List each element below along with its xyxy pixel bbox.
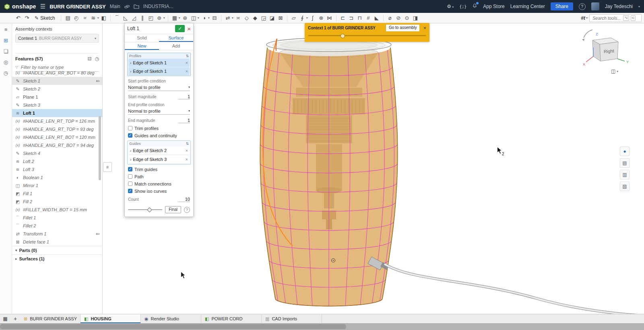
- remove-icon[interactable]: ×: [186, 69, 188, 74]
- doc-tab-power-cord[interactable]: ◧POWER CORD: [201, 314, 262, 323]
- frame-icon[interactable]: #: [365, 14, 372, 22]
- tab-add[interactable]: Add: [159, 42, 193, 50]
- dialog-header[interactable]: Loft 1 ✓ ×: [125, 23, 193, 34]
- end-condition-select[interactable]: Normal to profile ▾: [128, 107, 190, 115]
- feature-item-fill-2[interactable]: ◩Fill 2: [12, 198, 102, 206]
- variable-table-caret-icon[interactable]: ▾: [586, 16, 588, 20]
- start-magnitude-input[interactable]: 1: [178, 94, 190, 99]
- sheet-metal-model-icon[interactable]: ⊏: [339, 14, 347, 22]
- checkbox-box[interactable]: [128, 126, 132, 130]
- context-selector[interactable]: Context 1 BURR GRINDER ASSY ▾: [15, 34, 99, 43]
- section-view-icon[interactable]: ⊘: [395, 14, 402, 22]
- tab-solid[interactable]: Solid: [125, 34, 159, 42]
- notifications-bell-icon[interactable]: [472, 3, 477, 10]
- context-slider-handle[interactable]: [341, 34, 345, 38]
- surfaces-section[interactable]: ▸ Surfaces (1): [12, 254, 102, 263]
- comment-icon[interactable]: ❏: [4, 48, 8, 54]
- checkbox-trim-profiles[interactable]: Trim profiles: [128, 126, 190, 131]
- chevron-right-icon[interactable]: ›: [130, 148, 131, 153]
- custom-tables-panel-icon[interactable]: ▥: [620, 170, 630, 179]
- feature-item-sketch-1[interactable]: ✎Sketch 1⇐: [12, 77, 102, 85]
- dropdown-caret-icon[interactable]: ▾: [306, 16, 308, 20]
- offset-surface-icon[interactable]: ≍: [235, 14, 242, 22]
- remove-icon[interactable]: ×: [186, 157, 188, 162]
- feature-help-icon[interactable]: ?: [184, 207, 190, 213]
- chevron-right-icon[interactable]: ▸: [15, 257, 17, 261]
- follow-dot-icon[interactable]: ●: [620, 146, 630, 156]
- measure-icon[interactable]: ⌀: [386, 14, 394, 22]
- plane-icon[interactable]: ▱: [290, 14, 297, 22]
- filter-funnel-icon[interactable]: ▽: [15, 65, 18, 69]
- outline-icon[interactable]: ≡: [4, 27, 8, 33]
- end-magnitude-input[interactable]: 1: [178, 118, 190, 123]
- banner-close-icon[interactable]: ×: [423, 25, 426, 31]
- undo-icon[interactable]: ↶: [14, 14, 22, 22]
- spline-icon[interactable]: ∫: [309, 14, 316, 22]
- history-slider[interactable]: [128, 208, 162, 212]
- context-caret-icon[interactable]: ▾: [95, 37, 96, 40]
- linear-pattern-icon[interactable]: ▦: [171, 14, 178, 22]
- doc-tab-cad-imports[interactable]: ▥CAD Imports: [262, 314, 322, 323]
- user-name[interactable]: Jay Tedeschi: [605, 4, 633, 9]
- shell-icon[interactable]: ◰: [147, 14, 155, 22]
- delete-face-icon[interactable]: ⊠: [277, 14, 284, 22]
- search-tools-input[interactable]: [592, 15, 621, 21]
- appearance-panel-icon[interactable]: ◨: [412, 14, 419, 22]
- document-title[interactable]: BURR GRINDER ASSY: [50, 4, 106, 10]
- feature-item-delete-face-1[interactable]: ⊠Delete face 1: [12, 238, 102, 246]
- circular-pattern-icon[interactable]: ⊛: [182, 14, 189, 22]
- feature-item-fillet-width-bot-15-mm[interactable]: (x)#FILLET_WIDTH_BOT = 15 mm: [12, 206, 102, 214]
- doc-tab-housing[interactable]: ◧HOUSING: [80, 314, 141, 323]
- projection-mode-button[interactable]: ◫▾: [611, 68, 618, 74]
- tab-new[interactable]: New: [125, 42, 159, 50]
- feature-item-boolean-1[interactable]: ◐Boolean 1: [12, 173, 102, 182]
- add-tab-button[interactable]: +: [10, 314, 20, 323]
- profile-chip[interactable]: ›Edge of Sketch 1×: [128, 67, 190, 75]
- checkbox-box[interactable]: ✓: [128, 167, 132, 171]
- move-face-icon[interactable]: ◲: [260, 14, 267, 22]
- reorder-icon[interactable]: ⇅: [186, 142, 189, 146]
- checkbox-guides-and-continuity[interactable]: ✓Guides and continuity: [128, 133, 190, 138]
- checkbox-box[interactable]: [128, 182, 132, 186]
- accept-button[interactable]: ✓: [175, 25, 185, 32]
- flange-icon[interactable]: ⊐: [348, 14, 355, 22]
- feature-filter-input[interactable]: [20, 64, 99, 70]
- feature-item-mirror-1[interactable]: ◫Mirror 1: [12, 182, 102, 190]
- profile-chip[interactable]: ›Edge of Sketch 1×: [128, 59, 190, 67]
- dropdown-caret-icon[interactable]: ▾: [179, 16, 180, 20]
- checkbox-box[interactable]: [128, 174, 132, 179]
- chevron-down-icon[interactable]: ▾: [15, 248, 17, 252]
- help-icon[interactable]: ?: [579, 3, 586, 10]
- learning-center-link[interactable]: Learning Center: [510, 4, 545, 9]
- gusset-icon[interactable]: ◣: [373, 14, 380, 22]
- cube-face-label[interactable]: Right: [603, 48, 614, 54]
- hole-icon[interactable]: ⊚: [156, 14, 163, 22]
- remove-icon[interactable]: ×: [186, 60, 188, 65]
- feature-item-sketch-2[interactable]: ✎Sketch 2: [12, 85, 102, 93]
- profiles-group[interactable]: Profiles ⇅ ›Edge of Sketch 1×›Edge of Sk…: [127, 53, 191, 76]
- feature-item-plane-1[interactable]: ▱Plane 1: [12, 93, 102, 101]
- chevron-right-icon[interactable]: ›: [130, 157, 131, 162]
- guide-chip[interactable]: ›Edge of Sketch 3×: [128, 155, 190, 164]
- doc-tab-render-studio[interactable]: ◉Render Studio: [141, 314, 201, 323]
- named-views-icon[interactable]: ⊙: [403, 14, 411, 22]
- admin-tools-icon[interactable]: ⚙ ▾: [447, 4, 454, 9]
- replace-face-icon[interactable]: ◪: [268, 14, 276, 22]
- dropdown-caret-icon[interactable]: ▾: [198, 16, 199, 20]
- app-store-link[interactable]: App Store: [483, 4, 504, 9]
- bom-panel-icon[interactable]: ▧: [620, 182, 630, 191]
- checkbox-box[interactable]: ✓: [128, 133, 132, 138]
- checkbox-box[interactable]: ✓: [128, 189, 132, 193]
- feature-item-handle-ang-rt-bot-94-deg[interactable]: (x)#HANDLE_ANG_RT_BOT = 94 deg: [12, 141, 102, 149]
- feature-item-handle-ang-rr-bot-80-deg[interactable]: (x)#HANDLE_ANG_RR_BOT = 80 deg: [12, 69, 102, 77]
- guides-group[interactable]: Guides ⇅ ›Edge of Sketch 2×›Edge of Sket…: [127, 140, 191, 165]
- extrude-icon[interactable]: ▤: [64, 14, 72, 22]
- sketch-button[interactable]: ✎ Sketch: [32, 14, 58, 22]
- checkbox-trim-guides[interactable]: ✓Trim guides: [128, 167, 190, 172]
- dropdown-caret-icon[interactable]: ▾: [163, 16, 165, 20]
- tab-feature-icon[interactable]: ⊓: [356, 14, 363, 22]
- feature-history-icon[interactable]: ◷: [95, 56, 99, 62]
- dropdown-caret-icon[interactable]: ▾: [232, 16, 233, 20]
- share-button[interactable]: Share: [551, 2, 573, 10]
- boolean-icon[interactable]: ◑: [200, 14, 208, 22]
